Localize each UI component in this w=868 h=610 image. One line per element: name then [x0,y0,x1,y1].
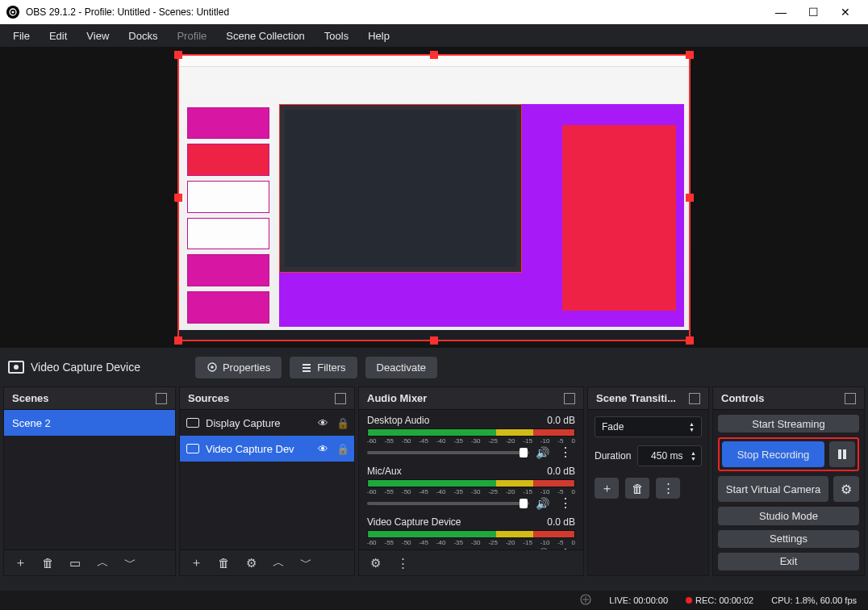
meter-ticks: -60-55-50-45-40-35-30-25-20-15-10-50 [367,539,575,546]
scenes-header: Scenes [4,387,175,410]
context-source-label: Video Capture Device [8,361,140,374]
network-icon [580,594,591,607]
status-rec: REC: 00:00:02 [686,595,753,605]
audio-mixer-dock: Audio Mixer Desktop Audio0.0 dB -60-55-5… [358,386,584,576]
transitions-header: Scene Transiti... [588,387,708,410]
popout-icon[interactable] [689,393,700,404]
close-button[interactable]: ✕ [829,0,862,24]
controls-header: Controls [713,387,864,410]
scene-move-down-button[interactable]: ﹀ [119,554,141,573]
mixer-menu-button[interactable]: ⋮ [391,554,414,573]
settings-button[interactable]: Settings [718,530,859,548]
remove-source-button[interactable]: 🗑 [212,554,235,573]
menu-tools[interactable]: Tools [316,27,357,45]
source-properties-button[interactable]: ⚙ [240,554,262,573]
status-live: LIVE: 00:00:00 [609,595,668,605]
resize-handle[interactable] [174,194,182,202]
remove-scene-button[interactable]: 🗑 [36,554,59,573]
channel-menu-button[interactable]: ⋮ [556,449,575,457]
scene-item[interactable]: Scene 2 [4,410,175,436]
context-toolbar: Video Capture Device Properties Filters … [0,348,868,386]
scenes-toolbar: ＋ 🗑 ▭ ︿ ﹀ [4,549,175,575]
recording-dot-icon [686,597,692,604]
start-virtual-camera-button[interactable]: Start Virtual Camera [718,476,828,502]
mixer-toolbar: ⚙ ⋮ [359,549,583,575]
preview-area[interactable] [0,47,868,348]
studio-mode-button[interactable]: Studio Mode [718,507,859,524]
menubar: File Edit View Docks Profile Scene Colle… [0,24,868,47]
menu-file[interactable]: File [5,27,38,45]
meter-ticks: -60-55-50-45-40-35-30-25-20-15-10-50 [367,488,575,495]
transitions-dock: Scene Transiti... Fade ▲▼ Duration 450 m… [587,386,709,576]
lock-toggle[interactable]: 🔒 [336,417,348,429]
speaker-icon[interactable]: 🔊 [536,548,549,549]
scene-move-up-button[interactable]: ︿ [91,554,114,573]
properties-button[interactable]: Properties [195,357,282,378]
menu-help[interactable]: Help [360,27,398,45]
source-item[interactable]: Video Capture Dev 👁 🔒 [180,436,354,462]
scenes-dock: Scenes Scene 2 ＋ 🗑 ▭ ︿ ﹀ [3,386,176,576]
maximize-button[interactable]: ☐ [797,0,829,24]
virtual-camera-settings-button[interactable]: ⚙ [833,476,859,502]
source-item[interactable]: Display Capture 👁 🔒 [180,410,354,436]
chevron-updown-icon: ▲▼ [689,421,695,432]
controls-dock: Controls Start Streaming Stop Recording … [712,386,865,576]
visibility-toggle[interactable]: 👁 [315,417,330,429]
popout-icon[interactable] [564,393,575,404]
meter-ticks: -60-55-50-45-40-35-30-25-20-15-10-50 [367,437,575,445]
scene-filters-button[interactable]: ▭ [64,554,86,573]
volume-slider[interactable] [367,451,529,454]
svg-rect-5 [303,367,311,369]
resize-handle[interactable] [686,51,694,59]
sources-toolbar: ＋ 🗑 ⚙ ︿ ﹀ [180,549,354,575]
audio-meter [367,479,575,487]
resize-handle[interactable] [430,51,438,59]
menu-edit[interactable]: Edit [41,27,75,45]
resize-handle[interactable] [430,336,438,345]
channel-menu-button[interactable]: ⋮ [556,499,575,508]
add-scene-button[interactable]: ＋ [9,554,31,573]
resize-handle[interactable] [174,336,182,345]
popout-icon[interactable] [335,393,346,404]
resize-handle[interactable] [174,51,182,59]
menu-scene-collection[interactable]: Scene Collection [218,27,313,45]
transition-menu-button[interactable]: ⋮ [656,478,680,499]
mixer-settings-button[interactable]: ⚙ [364,554,386,573]
stop-recording-button[interactable]: Stop Recording [722,441,824,467]
pause-recording-button[interactable] [829,441,855,467]
start-streaming-button[interactable]: Start Streaming [718,415,859,432]
source-move-down-button[interactable]: ﹀ [294,554,317,573]
menu-docks[interactable]: Docks [120,27,165,45]
channel-db: 0.0 dB [547,516,575,528]
lock-toggle[interactable]: 🔒 [336,443,348,455]
camera-icon [8,361,24,374]
duration-label: Duration [595,450,631,462]
remove-transition-button[interactable]: 🗑 [625,478,649,499]
visibility-toggle[interactable]: 👁 [315,443,330,455]
duration-spinner[interactable]: 450 ms ▲▼ [637,445,702,466]
filters-button[interactable]: Filters [290,357,357,378]
menu-profile[interactable]: Profile [169,27,215,45]
status-cpu: CPU: 1.8%, 60.00 fps [771,595,857,605]
volume-slider[interactable] [367,502,529,505]
source-move-up-button[interactable]: ︿ [267,554,290,573]
display-icon [186,418,199,428]
svg-point-1 [11,10,14,13]
resize-handle[interactable] [686,336,694,345]
speaker-icon[interactable]: 🔊 [536,497,549,510]
channel-name: Mic/Aux [367,466,402,477]
add-transition-button[interactable]: ＋ [595,478,619,499]
speaker-icon[interactable]: 🔊 [536,446,549,459]
selected-source-bounds[interactable] [177,54,691,341]
minimize-button[interactable]: — [765,0,797,24]
channel-name: Video Capture Device [367,516,461,528]
transition-type-select[interactable]: Fade ▲▼ [595,416,702,437]
add-source-button[interactable]: ＋ [185,554,207,573]
channel-db: 0.0 dB [547,415,575,426]
exit-button[interactable]: Exit [718,553,859,570]
deactivate-button[interactable]: Deactivate [365,357,437,378]
popout-icon[interactable] [156,393,167,404]
popout-icon[interactable] [845,393,856,404]
menu-view[interactable]: View [78,27,117,45]
resize-handle[interactable] [686,194,694,202]
